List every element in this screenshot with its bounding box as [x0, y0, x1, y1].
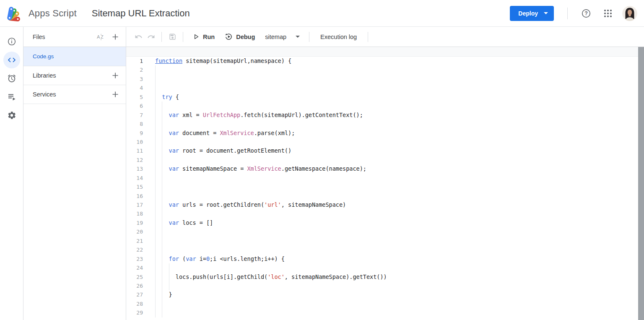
avatar[interactable]: [622, 6, 637, 21]
code-text: [155, 182, 644, 191]
indent-guide: [155, 101, 156, 110]
libraries-label: Libraries: [33, 72, 56, 79]
code-line[interactable]: 15: [126, 182, 644, 191]
code-line[interactable]: 23 for (var i=0;i <urls.length;i++) {: [126, 255, 644, 263]
indent-guide: [162, 227, 162, 236]
code-line[interactable]: 25 locs.push(urls[i].getChild('loc', sit…: [126, 273, 644, 281]
code-text: [155, 83, 644, 92]
indent-guide: [155, 120, 156, 128]
apps-grid-button[interactable]: [600, 5, 616, 22]
indent-guide: [155, 263, 156, 272]
code-line[interactable]: 27 }: [126, 290, 644, 299]
debug-label: Debug: [236, 34, 255, 40]
editor-toolbar: Run Debug sitemap Execution log: [126, 27, 644, 47]
function-selector[interactable]: sitemap: [260, 29, 305, 44]
line-number: 14: [126, 174, 143, 182]
indent-guide: [162, 192, 162, 200]
sidebar-item-overview[interactable]: [3, 33, 20, 50]
indent-guide: [155, 129, 156, 138]
code-line[interactable]: 1function sitemap(sitemapUrl,namespace) …: [126, 57, 644, 65]
code-line[interactable]: 22: [126, 245, 644, 254]
function-selector-value: sitemap: [265, 34, 286, 40]
help-button[interactable]: ?: [578, 5, 595, 22]
add-file-icon[interactable]: [112, 33, 119, 41]
indent-guide: [162, 174, 162, 182]
apps-script-logo: [6, 5, 25, 22]
line-number: 2: [126, 65, 143, 74]
toolbar-divider: [183, 32, 183, 42]
code-text: [155, 281, 644, 290]
files-panel-header: Files A Z: [23, 27, 126, 47]
code-line[interactable]: 29: [126, 308, 644, 317]
indent-guide: [155, 227, 156, 236]
code-line[interactable]: 18: [126, 209, 644, 218]
indent-guide: [155, 93, 156, 101]
indent-guide: [155, 182, 156, 191]
code-line[interactable]: 17 var urls = root.getChildren('url', si…: [126, 200, 644, 209]
indent-guide: [155, 75, 156, 83]
code-line[interactable]: 10: [126, 138, 644, 146]
undo-button[interactable]: [132, 31, 145, 43]
sidebar-item-executions[interactable]: [3, 88, 20, 105]
add-service-icon[interactable]: [112, 91, 119, 98]
indent-guide: [169, 281, 169, 290]
services-section[interactable]: Services: [23, 85, 126, 104]
code-line[interactable]: 26: [126, 281, 644, 290]
redo-button[interactable]: [145, 31, 157, 43]
toolbar-divider: [368, 32, 368, 42]
libraries-section[interactable]: Libraries: [23, 66, 126, 85]
project-title[interactable]: Sitemap URL Extraction: [92, 8, 190, 19]
line-number: 18: [126, 209, 143, 218]
code-text: [155, 120, 644, 128]
code-line[interactable]: 20: [126, 227, 644, 236]
chevron-down-icon: [296, 36, 300, 38]
indent-guide: [162, 101, 162, 110]
line-number: 13: [126, 164, 143, 173]
code-editor[interactable]: 1function sitemap(sitemapUrl,namespace) …: [126, 47, 644, 320]
code-line[interactable]: 5 try {: [126, 93, 644, 101]
sidebar-item-settings[interactable]: [3, 107, 20, 124]
save-button[interactable]: [166, 31, 179, 43]
code-line[interactable]: 8: [126, 120, 644, 128]
code-line[interactable]: 3: [126, 75, 644, 83]
code-line[interactable]: 12: [126, 156, 644, 164]
editor-column: Run Debug sitemap Execution log: [126, 27, 644, 320]
line-number: 12: [126, 156, 143, 164]
deploy-button-label: Deploy: [518, 10, 538, 17]
debug-button[interactable]: Debug: [220, 29, 260, 44]
line-number: 7: [126, 111, 143, 120]
editor-scrollbar[interactable]: [638, 47, 644, 320]
add-library-icon[interactable]: [112, 72, 119, 79]
code-line[interactable]: 4: [126, 83, 644, 92]
code-line[interactable]: 11 var root = document.getRootElement(): [126, 146, 644, 155]
execution-log-button[interactable]: Execution log: [314, 29, 364, 44]
line-number: 23: [126, 255, 143, 263]
code-line[interactable]: 9 var document = XmlService.parse(xml);: [126, 129, 644, 138]
code-line[interactable]: 6: [126, 101, 644, 110]
code-line[interactable]: 21: [126, 237, 644, 245]
code-text: function sitemap(sitemapUrl,namespace) {: [155, 57, 644, 65]
sidebar-item-triggers[interactable]: [3, 70, 20, 87]
sort-az-icon[interactable]: A Z: [96, 33, 105, 41]
code-line[interactable]: 14: [126, 174, 644, 182]
code-line[interactable]: 19 var locs = []: [126, 219, 644, 227]
line-number: 6: [126, 101, 143, 110]
sidebar-item-editor[interactable]: [3, 52, 20, 68]
chevron-down-icon: [544, 12, 548, 14]
code-text: [155, 299, 644, 308]
code-line[interactable]: 16: [126, 192, 644, 200]
code-line[interactable]: 28: [126, 299, 644, 308]
line-number: 24: [126, 263, 143, 272]
deploy-button[interactable]: Deploy: [510, 6, 554, 21]
run-button[interactable]: Run: [187, 29, 220, 44]
files-panel: Files A Z Code.gs Libraries: [23, 27, 126, 320]
code-line[interactable]: 2: [126, 65, 644, 74]
code-line[interactable]: 7 var xml = UrlFetchApp.fetch(sitemapUrl…: [126, 111, 644, 120]
file-name: Code.gs: [33, 53, 54, 60]
file-item-code-gs[interactable]: Code.gs: [23, 47, 126, 66]
code-line[interactable]: 13 var sitemapNameSpace = XmlService.get…: [126, 164, 644, 173]
indent-guide: [155, 146, 156, 155]
code-line[interactable]: 24: [126, 263, 644, 272]
files-header-label: Files: [33, 34, 45, 40]
code-text: var root = document.getRootElement(): [155, 146, 644, 155]
